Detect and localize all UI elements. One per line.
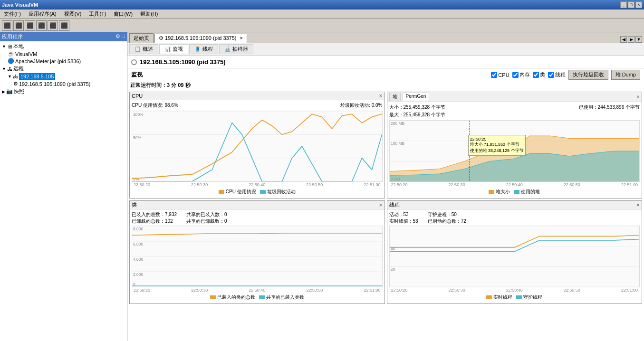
check-memory[interactable]: 内存 [512,71,530,78]
svg-text:200 MB: 200 MB [391,121,404,125]
monitor-icon: 📊 [164,46,171,52]
expand-remote-icon[interactable]: ▼ [2,66,6,71]
heap-dump-button[interactable]: 堆 Dump [611,70,640,80]
classes-chart-title: 类 [132,201,137,208]
tree-snapshot[interactable]: ▶ 📷 快照 [1,87,126,95]
cpu-legend-cpu: CPU 使用情况 [219,189,256,195]
check-classes[interactable]: 类 [533,71,545,78]
toolbar-btn-6[interactable]: ⬛ [59,20,69,31]
sampler-icon: 🔬 [224,46,231,52]
classes-stats-left: 已装入的总数：7,932 已卸载的总数：102 [132,211,177,225]
threads-legend: 实时线程 守护线程 [389,293,640,302]
menu-tools[interactable]: 工具(T) [87,10,108,18]
heap-used-color [514,190,519,194]
tab-remote-process[interactable]: ⚙ 192.168.5.105:1090 (pid 3375) × [154,34,247,43]
tab-monitor[interactable]: 📊 监视 [159,44,188,54]
tree-remote-process[interactable]: ⚙ 192.168.5.105:1090 (pid 3375) [12,80,126,87]
threads-daemon-color [516,295,522,299]
toolbar-btn-4[interactable]: ⬛ [36,20,47,31]
visualvm-label: VisualVM [15,51,37,57]
classes-unloaded: 已卸载的总数：102 [132,218,177,225]
main-layout: 应用程序 ⚙ □ ▼ 🖥 本地 ☕ VisualVM 🔵 ApacheJMete… [0,32,644,341]
threads-chart-title: 线程 [389,201,400,208]
toolbar-btn-1[interactable]: ⬛ [2,20,12,31]
check-cpu[interactable]: CPU [491,72,509,78]
left-panel: 应用程序 ⚙ □ ▼ 🖥 本地 ☕ VisualVM 🔵 ApacheJMete… [0,32,127,341]
tree-local-icon: 🖥 [7,44,12,49]
classes-legend-loaded: 已装入的类的总数 [210,294,255,301]
svg-text:2,000: 2,000 [133,272,143,277]
menu-window[interactable]: 窗口(W) [112,10,135,18]
classes-chart-close[interactable]: × [379,202,382,208]
tab-sampler[interactable]: 🔬 抽样器 [219,44,253,54]
cpu-color-box [219,190,224,194]
tree-visualvm[interactable]: ☕ VisualVM [7,50,126,57]
expand-local-icon[interactable]: ▼ [2,44,6,49]
classes-legend: 已装入的类的总数 共享的已装入类数 [132,293,383,302]
threads-chart-close[interactable]: × [636,202,640,208]
svg-text:100 MB: 100 MB [391,141,404,146]
cpu-canvas: 100% 50% 0% [132,111,383,182]
remote2-icon: 🖧 [13,74,18,79]
classes-x-labels: 22:50:20 22:50:30 22:50:40 22:50:50 22:5… [132,287,383,293]
svg-text:50%: 50% [133,135,141,141]
visualvm-icon: ☕ [8,51,14,57]
main-toolbar: ⬛ ⬛ ⬛ ⬛ ⬛ ⬛ [0,19,644,32]
monitor-content[interactable]: 192.168.5.105:1090 (pid 3375) 监视 CPU 内存 … [127,56,644,341]
expand-snapshot-icon[interactable]: ▶ [2,89,5,94]
heap-tab[interactable]: 堆 [389,93,401,101]
tab-scroll-left[interactable]: ◀ [620,36,627,43]
menu-app[interactable]: 应用程序(A) [27,10,58,18]
maximize-button[interactable]: □ [628,1,634,8]
cpu-stats: CPU 使用情况: 98.6% 垃圾回收活动: 0.0% [132,102,383,109]
permgen-tab[interactable]: PermGen [403,93,430,101]
tab-dropdown[interactable]: ▼ [635,36,642,43]
tree-local-label: 本地 [13,43,24,50]
threads-chart-panel: 线程 × 活动：53 实时峰值：53 守护进程：50 [387,200,643,304]
heap-size-stat: 大小：255,459,328 个字节 [389,104,445,111]
heap-stats: 大小：255,459,328 个字节 已使用：244,533,896 个字节 [389,104,640,111]
threads-total: 已启动的总数：72 [428,218,466,225]
menu-file[interactable]: 文件(F) [2,10,23,18]
threads-legend-daemon: 守护线程 [516,294,542,301]
threads-stats: 活动：53 实时峰值：53 守护进程：50 已启动的总数：72 [389,211,640,225]
tab-overview[interactable]: 📋 概述 [129,44,158,54]
toolbar-btn-3[interactable]: ⬛ [25,20,35,31]
title-bar: Java VisualVM _ □ × [0,0,644,9]
svg-text:100%: 100% [133,112,143,117]
tree-remote-expand[interactable]: ▼ 🖧 192.168.5.105 [7,73,126,80]
tab-scroll-right[interactable]: ▶ [628,36,634,43]
cpu-legend: CPU 使用情况 垃圾回收活动 [132,188,383,196]
threads-icon: 🧵 [194,46,201,52]
check-threads[interactable]: 线程 [548,71,566,78]
classes-shared-unloaded: 共享的已卸载数：0 [186,218,227,225]
threads-active: 活动：53 [389,211,418,218]
menu-view[interactable]: 视图(V) [62,10,84,18]
tab-threads[interactable]: 🧵 线程 [189,44,218,54]
tab-startpage[interactable]: 起始页 [129,33,154,43]
tab-remote-icon: ⚙ [159,35,163,41]
remote-icon: 🖧 [7,66,12,72]
cpu-chart-close[interactable]: × [379,93,382,99]
gc-activity-stat: 垃圾回收活动: 0.0% [340,102,382,109]
menu-help[interactable]: 帮助(H) [138,10,160,18]
threads-peak: 实时峰值：53 [389,218,418,225]
expand-remote2-icon[interactable]: ▼ [8,74,12,79]
classes-loaded: 已装入的总数：7,932 [132,211,177,218]
tree-jmeter[interactable]: 🔵 ApacheJMeter.jar (pid 5836) [7,57,126,65]
classes-legend-shared: 共享的已装入类数 [259,294,304,301]
close-button[interactable]: × [635,1,642,8]
toolbar-btn-5[interactable]: ⬛ [48,20,58,31]
monitor-header-row: 监视 CPU 内存 类 线程 执行垃圾回收 堆 Dump [127,68,644,81]
tree-remote[interactable]: ▼ 🖧 远程 [1,65,126,73]
toolbar-btn-2[interactable]: ⬛ [13,20,24,31]
heap-chart-header: 堆 PermGen × [387,92,642,102]
tree-local[interactable]: ▼ 🖥 本地 [1,42,126,50]
gc-button[interactable]: 执行垃圾回收 [568,70,608,80]
cpu-chart-panel: CPU × CPU 使用情况: 98.6% 垃圾回收活动: 0.0% [129,92,385,199]
tree-remote-label: 远程 [13,65,24,72]
classes-stats: 已装入的总数：7,932 已卸载的总数：102 共享的已装入数：0 共享的已卸载… [132,211,383,225]
minimize-button[interactable]: _ [620,1,627,8]
heap-chart-close[interactable]: × [636,94,640,100]
tab-close-icon[interactable]: × [240,35,243,41]
